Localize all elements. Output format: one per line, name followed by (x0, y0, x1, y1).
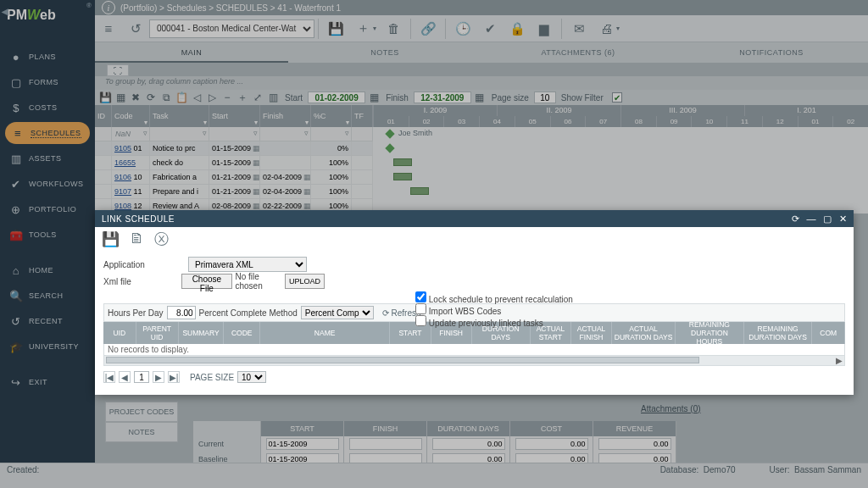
delete-row-icon[interactable]: ✖ (129, 92, 142, 103)
next-page-icon[interactable]: ▶ (153, 371, 164, 383)
tab-attachments-[interactable]: ATTACHMENTS (6) (481, 42, 675, 63)
project-selector[interactable]: 000041 - Boston Medical Center-Wat (149, 19, 314, 38)
reload-icon[interactable]: ⟳ (792, 214, 800, 225)
chart-icon[interactable]: ▥ (266, 92, 280, 103)
range-start-input[interactable] (308, 92, 365, 103)
link-icon[interactable]: 🔗 (415, 15, 442, 42)
info-icon[interactable]: i (102, 1, 115, 14)
col-finish[interactable]: Finish▾ (260, 105, 311, 127)
import-col[interactable]: ACTUAL DURATION DAYS (612, 322, 676, 344)
import-col[interactable]: COM (812, 322, 845, 344)
col-task[interactable]: Task▾ (150, 105, 209, 127)
sidebar-item-recent[interactable]: ↺RECENT (0, 308, 95, 334)
fullscreen-icon[interactable]: ⛶ (107, 64, 129, 76)
tab-notes[interactable]: NOTES (288, 42, 481, 63)
first-page-icon[interactable]: |◀ (103, 371, 115, 383)
outdent-icon[interactable]: ◁ (190, 92, 203, 103)
zoom-in-icon[interactable]: ＋ (236, 91, 249, 105)
zoom-out-icon[interactable]: − (220, 92, 234, 103)
copy-icon[interactable]: ⧉ (159, 92, 173, 103)
paste-icon[interactable]: 📋 (175, 92, 188, 103)
sidebar-item-forms[interactable]: ▢FORMS (0, 69, 95, 95)
indent-icon[interactable]: ▷ (205, 92, 219, 103)
task-row[interactable]: 9107 11Prepare and i01-21-2009▦02-04-200… (95, 185, 373, 199)
maximize-icon[interactable]: ▢ (823, 214, 832, 225)
calendar-icon[interactable]: ▦ (367, 92, 381, 103)
import-col[interactable]: ACTUAL FINISH (571, 322, 612, 344)
summary-cost[interactable] (515, 438, 588, 450)
tab-notes[interactable]: NOTES (105, 422, 178, 442)
save-icon[interactable]: 💾 (102, 230, 120, 248)
import-col[interactable]: CODE (224, 322, 259, 344)
delete-icon[interactable]: 🗑 (380, 15, 407, 42)
import-wbs-checkbox[interactable]: Import WBS Codes (415, 303, 573, 315)
refresh-icon[interactable]: ⟳ (144, 92, 158, 103)
col-code[interactable]: Code▾ (112, 105, 150, 127)
tab-notifications[interactable]: NOTIFICATIONS (675, 42, 868, 63)
lock-schedule-checkbox[interactable]: Lock schedule to prevent recalculation (415, 291, 573, 303)
show-filter-checkbox[interactable]: ✔ (612, 92, 622, 103)
page-number-input[interactable] (134, 371, 149, 383)
summary-rev[interactable] (598, 438, 671, 450)
upload-button[interactable]: UPLOAD (285, 274, 325, 289)
hours-per-day-input[interactable] (167, 306, 196, 319)
export-icon[interactable]: 🗎 (130, 230, 144, 247)
sidebar-item-tools[interactable]: 🧰TOOLS (0, 222, 95, 247)
import-col[interactable]: REMAINING DURATION DAYS (744, 322, 813, 344)
sidebar-item-schedules[interactable]: ≡SCHEDULES (5, 122, 90, 144)
lock-icon[interactable]: 🔒 (504, 15, 531, 42)
summary-finish[interactable] (349, 438, 422, 450)
undo-icon[interactable]: ↺ (122, 15, 149, 42)
page-size-select[interactable]: 10 (237, 371, 266, 383)
save-rows-icon[interactable]: 💾 (98, 92, 112, 103)
pcm-select[interactable]: Percent Complete (301, 306, 374, 319)
import-col[interactable]: UID (103, 322, 136, 344)
sidebar-item-costs[interactable]: $COSTS (0, 95, 95, 120)
sidebar-item-home[interactable]: ⌂HOME (0, 258, 95, 283)
sidebar-item-university[interactable]: 🎓UNIVERSITY (0, 334, 95, 359)
approve-icon[interactable]: ✔ (476, 15, 504, 42)
import-col[interactable]: PARENT UID (136, 322, 179, 344)
clock-icon[interactable]: 🕒 (449, 15, 476, 42)
last-page-icon[interactable]: ▶| (168, 371, 180, 383)
sidebar-item-assets[interactable]: ▥ASSETS (0, 146, 95, 171)
summary-start[interactable] (266, 438, 339, 450)
sidebar-item-exit[interactable]: ↪EXIT (0, 369, 95, 395)
sidebar-item-plans[interactable]: ●PLANS (0, 44, 95, 69)
grid-scrollbar[interactable]: ◀▶ (103, 356, 845, 366)
task-row[interactable]: 9105 01Notice to prc01-15-2009▦0% (95, 141, 373, 156)
col-pc[interactable]: %C▾ (311, 105, 352, 127)
calendar-icon[interactable]: ▦ (473, 92, 487, 103)
close-icon[interactable]: ✕ (839, 214, 848, 225)
prev-page-icon[interactable]: ◀ (119, 371, 131, 383)
col-tf[interactable]: TF (352, 105, 373, 127)
sidebar-item-portfolio[interactable]: ⊕PORTFOLIO (0, 197, 95, 222)
folder-icon[interactable]: ▆ (531, 15, 558, 42)
menu-icon[interactable]: ≡ (95, 15, 122, 42)
application-select[interactable]: Primavera XML (188, 257, 307, 272)
import-col[interactable]: SUMMARY (179, 322, 225, 344)
summary-dur[interactable] (432, 438, 505, 450)
task-row[interactable]: 9106 10Fabrication a01-21-2009▦02-04-200… (95, 170, 373, 185)
task-row[interactable]: 16655 check do01-15-2009▦100% (95, 156, 373, 170)
tab-main[interactable]: MAIN (95, 42, 288, 63)
cancel-icon[interactable]: ⓧ (154, 230, 169, 249)
sidebar-item-workflows[interactable]: ✔WORKFLOWS (0, 171, 95, 197)
minimize-icon[interactable]: — (807, 214, 817, 225)
page-size-input[interactable] (534, 92, 556, 103)
col-id[interactable]: ID (95, 105, 112, 127)
update-prev-checkbox[interactable]: Update previously linked tasks (415, 315, 573, 327)
col-start[interactable]: Start▾ (209, 105, 260, 127)
range-finish-input[interactable] (414, 92, 471, 103)
choose-file-button[interactable]: Choose File (181, 274, 231, 289)
collapse-sidebar-icon[interactable]: ◀ (2, 7, 8, 16)
tab-project-codes[interactable]: PROJECT CODES (105, 402, 178, 422)
add-row-icon[interactable]: ▦ (114, 92, 127, 103)
fit-icon[interactable]: ⤢ (251, 92, 264, 103)
import-col[interactable]: NAME (260, 322, 391, 344)
mail-icon[interactable]: ✉ (565, 15, 593, 42)
import-col[interactable]: REMAINING DURATION HOURS (676, 322, 744, 344)
attachments-link[interactable]: Attachments (0) (641, 404, 701, 413)
sidebar-item-search[interactable]: 🔍SEARCH (0, 283, 95, 308)
save-icon[interactable]: 💾 (322, 15, 349, 42)
